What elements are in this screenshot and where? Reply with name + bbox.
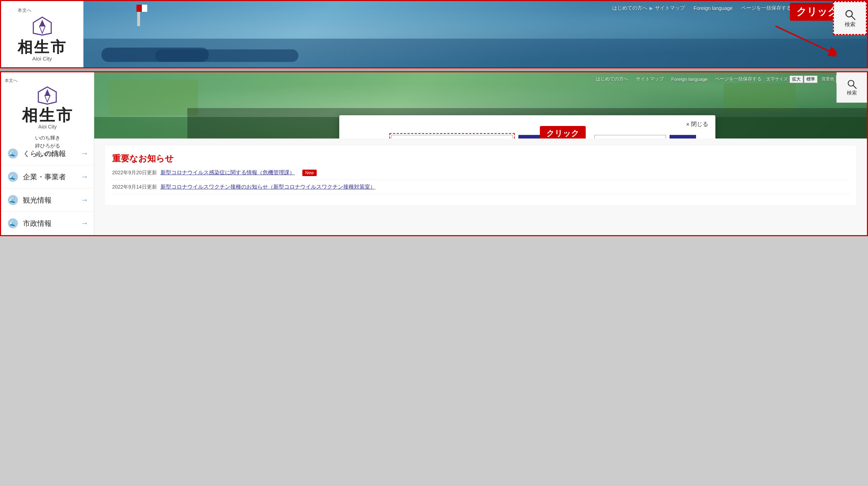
top-logo-title: 相生市 [18, 40, 67, 55]
svg-marker-8 [45, 89, 50, 96]
important-news-title: 重要なお知らせ [112, 153, 849, 164]
bottom-skip-link[interactable]: 本文へ [5, 78, 18, 84]
svg-text:🌊: 🌊 [9, 151, 16, 157]
tagline-2: 絆ひろがる [35, 142, 60, 150]
bottom-hero-area: はじめての方へ サイトマップ Foreign language ページを一括保存… [94, 72, 867, 138]
svg-marker-9 [45, 96, 50, 102]
news-date-0: 2022年9月20日更新 [112, 170, 155, 176]
svg-line-11 [853, 85, 857, 89]
modal-click-badge: クリック [540, 126, 586, 138]
bottom-search-button[interactable]: 検索 [836, 72, 867, 103]
section-divider [0, 68, 868, 71]
bottom-font-label: 文字サイズ [766, 76, 788, 82]
close-x-icon: × [686, 121, 689, 128]
news-row-0: 2022年9月20日更新 新型コロナウイルス感染症に関する情報（危機管理課） N… [112, 169, 849, 180]
top-search-label: 検索 [845, 21, 855, 28]
page-id-input[interactable] [594, 135, 666, 138]
bottom-nav-first-time[interactable]: はじめての方へ [596, 76, 628, 82]
bottom-header: 本文へ 相生市 Aioi City いのち輝き 絆ひろがる あいのまち [1, 72, 867, 138]
top-header: 本文へ 相生市 Aioi City [1, 1, 867, 67]
top-nav-sitemap[interactable]: サイトマップ [655, 5, 685, 11]
sidebar-item-kankou[interactable]: 🌊 観光情報 → [1, 189, 94, 212]
keyword-search-row: キーワード検索 検索 ページID検索 表示 [354, 133, 701, 138]
svg-text:🌊: 🌊 [9, 220, 16, 227]
display-button[interactable]: 表示 [670, 135, 696, 138]
top-search-area: クリック 検索 [833, 1, 867, 35]
svg-line-6 [851, 16, 855, 20]
bottom-font-large[interactable]: 拡大 [790, 76, 803, 83]
top-search-icon [844, 8, 857, 21]
bottom-logo-area: 本文へ 相生市 Aioi City いのち輝き 絆ひろがる あいのまち [1, 72, 94, 138]
kurashi-arrow: → [81, 149, 88, 158]
sidebar-label-kigyou: 企業・事業者 [23, 172, 77, 182]
bottom-logo-icon [38, 86, 57, 107]
bottom-bg-label: 背景色 [821, 76, 834, 82]
search-modal: × 閉じる クリック キーワード検索 [187, 108, 867, 138]
top-nav-save[interactable]: ページを一括保存する [741, 5, 791, 11]
top-nav-first-time[interactable]: はじめての方へ [612, 5, 647, 11]
top-logo-icon [18, 15, 67, 38]
top-nav-foreign[interactable]: Foreign language [694, 5, 733, 11]
sidebar-item-kigyou[interactable]: 🌊 企業・事業者 → [1, 165, 94, 189]
bottom-logo-sub: Aioi City [38, 124, 57, 130]
bottom-logo-title: 相生市 [22, 107, 73, 123]
news-link-0[interactable]: 新型コロナウイルス感染症に関する情報（危機管理課） [160, 169, 295, 176]
bottom-nav-foreign[interactable]: Foreign language [671, 77, 708, 82]
kigyou-icon: 🌊 [6, 170, 19, 183]
top-logo-area: 本文へ 相生市 Aioi City [1, 1, 83, 67]
news-new-badge-0: New [302, 170, 317, 176]
news-date-1: 2022年9月14日更新 [112, 184, 155, 190]
svg-marker-1 [39, 20, 45, 26]
news-link-1[interactable]: 新型コロナウイルスワクチン接種のお知らせ（新型コロナウイルスワクチン接種対策室） [160, 184, 375, 190]
top-main-area: はじめての方へ ▶ サイトマップ Foreign language ページを一括… [83, 1, 867, 67]
bottom-nav-sitemap[interactable]: サイトマップ [636, 76, 664, 82]
top-search-button[interactable]: 検索 [833, 1, 867, 35]
bottom-taglines: いのち輝き 絆ひろがる あいのまち [35, 134, 60, 158]
tagline-3: あいのまち [35, 150, 60, 158]
skip-link-top[interactable]: 本文へ [18, 7, 67, 14]
bottom-search-icon [846, 78, 858, 90]
bottom-search-label: 検索 [847, 90, 857, 96]
kigyou-arrow: → [81, 172, 88, 181]
sidebar-label-kankou: 観光情報 [23, 195, 77, 205]
news-row-1: 2022年9月14日更新 新型コロナウイルスワクチン接種のお知らせ（新型コロナウ… [112, 184, 849, 194]
bottom-section: 本文へ 相生市 Aioi City いのち輝き 絆ひろがる あいのまち [0, 71, 868, 236]
click-badge-area: クリック [540, 126, 586, 138]
bottom-nav-bar: はじめての方へ サイトマップ Foreign language ページを一括保存… [596, 75, 863, 83]
kankou-icon: 🌊 [6, 194, 19, 206]
kankou-arrow: → [81, 195, 88, 205]
tagline-1: いのち輝き [35, 134, 60, 142]
close-label: 閉じる [691, 121, 708, 128]
sidebar-item-shisei[interactable]: 🌊 市政情報 → [1, 212, 94, 235]
svg-marker-2 [39, 26, 45, 33]
svg-text:🌊: 🌊 [9, 174, 16, 180]
shisei-icon: 🌊 [6, 217, 19, 230]
modal-close[interactable]: × 閉じる [686, 121, 708, 128]
search-modal-box: × 閉じる クリック キーワード検索 [339, 115, 715, 138]
keyword-input-wrapper [389, 133, 515, 138]
bottom-nav-save[interactable]: ページを一括保存する [715, 76, 762, 82]
shisei-arrow: → [81, 219, 88, 228]
main-content: 重要なお知らせ 2022年9月20日更新 新型コロナウイルス感染症に関する情報（… [94, 138, 867, 235]
top-section: 本文へ 相生市 Aioi City [0, 0, 868, 68]
bottom-body: 🌊 くらしの情報 → 🌊 企業・事業者 → 🌊 観光情報 → [1, 138, 867, 235]
top-logo-sub: Aioi City [18, 55, 67, 62]
kurashi-icon: 🌊 [6, 147, 19, 160]
bottom-font-controls: 拡大 標準 [790, 76, 817, 83]
sidebar-label-shisei: 市政情報 [23, 219, 77, 228]
bottom-font-normal[interactable]: 標準 [804, 76, 817, 83]
keyword-input[interactable] [391, 135, 513, 138]
svg-text:🌊: 🌊 [9, 197, 16, 203]
top-logo-link[interactable]: 本文へ 相生市 Aioi City [18, 7, 67, 62]
important-news: 重要なお知らせ 2022年9月20日更新 新型コロナウイルス感染症に関する情報（… [105, 146, 856, 205]
